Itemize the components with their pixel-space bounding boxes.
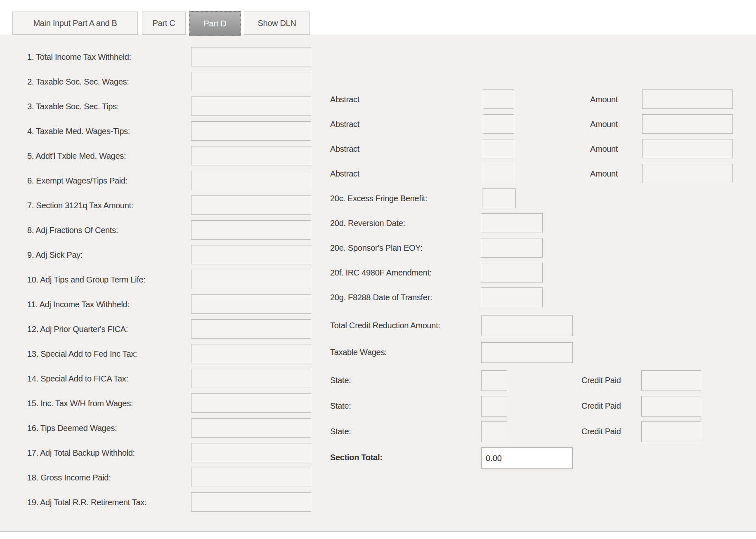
part-d-form-window: Main Input Part A and B Part C Part D Sh… <box>0 0 756 539</box>
adj-fractions-of-cents-input[interactable] <box>191 220 311 240</box>
field-label: 11. Adj Income Tax Withheld: <box>27 294 130 314</box>
abstract-label: Abstract <box>330 114 359 134</box>
field-label: 20d. Reversion Date: <box>330 213 405 233</box>
field-label: 12. Adj Prior Quarter's FICA: <box>27 319 128 339</box>
irc-4980f-amendment-input[interactable] <box>481 263 543 282</box>
field-label: 13. Special Add to Fed Inc Tax: <box>27 344 137 364</box>
amount-label: Amount <box>590 164 618 184</box>
taxable-wages-input[interactable] <box>481 342 573 363</box>
abstract-1-amount-input[interactable] <box>642 89 733 109</box>
state-label: State: <box>330 421 351 441</box>
field-label: 20g. F8288 Date of Transfer: <box>330 287 432 307</box>
reversion-date-input[interactable] <box>481 213 543 233</box>
section-total-input[interactable] <box>481 447 573 469</box>
field-label: 20c. Excess Fringe Benefit: <box>330 188 427 208</box>
adj-total-backup-withhold-input[interactable] <box>191 443 311 462</box>
adj-sick-pay-input[interactable] <box>191 245 311 264</box>
abstract-4-code-input[interactable] <box>483 164 514 183</box>
state-label: State: <box>330 396 351 416</box>
field-label: 17. Adj Total Backup Withhold: <box>27 443 135 463</box>
abstract-3-amount-input[interactable] <box>642 139 733 158</box>
total-credit-reduction-amount-input[interactable] <box>481 315 573 336</box>
credit-paid-2-input[interactable] <box>641 396 701 417</box>
adj-prior-quarters-fica-input[interactable] <box>191 319 311 339</box>
field-label: 8. Adj Fractions Of Cents: <box>27 220 118 240</box>
special-add-fica-tax-input[interactable] <box>191 369 311 388</box>
tab-show-dln[interactable]: Show DLN <box>244 12 310 35</box>
state-1-input[interactable] <box>481 370 507 391</box>
field-label: 15. Inc. Tax W/H from Wages: <box>27 393 133 413</box>
abstract-4-amount-input[interactable] <box>642 164 733 183</box>
field-label: 1. Total Income Tax Withheld: <box>27 47 131 67</box>
section-3121q-tax-amount-input[interactable] <box>191 195 311 215</box>
field-label: 3. Taxable Soc. Sec. Tips: <box>27 97 119 116</box>
adj-total-rr-retirement-tax-input[interactable] <box>191 492 311 512</box>
amount-label: Amount <box>590 139 618 159</box>
field-label: 9. Adj Sick Pay: <box>27 245 83 265</box>
field-label: 6. Exempt Wages/Tips Paid: <box>27 171 128 191</box>
excess-fringe-benefit-input[interactable] <box>482 188 516 208</box>
taxable-med-wages-tips-input[interactable] <box>191 121 311 141</box>
credit-paid-1-input[interactable] <box>641 370 701 391</box>
taxable-soc-sec-wages-input[interactable] <box>191 72 311 91</box>
abstract-3-code-input[interactable] <box>483 139 514 158</box>
field-label: 4. Taxable Med. Wages-Tips: <box>27 121 130 141</box>
adj-income-tax-withheld-input[interactable] <box>191 294 311 314</box>
sponsors-plan-eoy-input[interactable] <box>481 238 543 258</box>
field-label: 20f. IRC 4980F Amendment: <box>330 263 432 282</box>
field-label: 5. Addt'l Txble Med. Wages: <box>27 146 126 166</box>
state-2-input[interactable] <box>481 396 507 417</box>
f8288-date-of-transfer-input[interactable] <box>481 287 543 307</box>
field-label: 7. Section 3121q Tax Amount: <box>27 195 133 215</box>
amount-label: Amount <box>590 114 618 134</box>
field-label: 19. Adj Total R.R. Retirement Tax: <box>27 492 146 512</box>
credit-paid-3-input[interactable] <box>641 421 701 442</box>
bottom-divider <box>0 532 756 532</box>
gross-income-paid-input[interactable] <box>191 468 311 487</box>
field-label: 20e. Sponsor's Plan EOY: <box>330 238 422 258</box>
abstract-1-code-input[interactable] <box>483 89 514 109</box>
abstract-2-amount-input[interactable] <box>642 114 733 134</box>
field-label: 14. Special Add to FICA Tax: <box>27 369 128 388</box>
state-label: State: <box>330 370 351 390</box>
field-label: Taxable Wages: <box>330 342 387 362</box>
tab-part-d[interactable]: Part D <box>189 11 241 36</box>
addtl-txble-med-wages-input[interactable] <box>191 146 311 165</box>
abstract-label: Abstract <box>330 164 359 184</box>
amount-label: Amount <box>590 89 618 109</box>
total-income-tax-withheld-input[interactable] <box>191 47 311 66</box>
tab-main-input-part-a-and-b[interactable]: Main Input Part A and B <box>12 12 138 35</box>
credit-paid-label: Credit Paid <box>581 370 621 390</box>
field-label: 2. Taxable Soc. Sec. Wages: <box>27 72 129 92</box>
taxable-soc-sec-tips-input[interactable] <box>191 97 311 116</box>
special-add-fed-inc-tax-input[interactable] <box>191 344 311 363</box>
adj-tips-group-term-life-input[interactable] <box>191 270 311 289</box>
field-label: Total Credit Reduction Amount: <box>330 315 440 335</box>
exempt-wages-tips-paid-input[interactable] <box>191 171 311 190</box>
abstract-label: Abstract <box>330 139 359 159</box>
credit-paid-label: Credit Paid <box>581 396 621 416</box>
abstract-label: Abstract <box>330 89 359 109</box>
abstract-2-code-input[interactable] <box>483 114 514 134</box>
inc-tax-wh-from-wages-input[interactable] <box>191 393 311 413</box>
state-3-input[interactable] <box>481 421 507 442</box>
tab-part-c[interactable]: Part C <box>142 12 186 35</box>
section-total-label: Section Total: <box>330 447 383 467</box>
tips-deemed-wages-input[interactable] <box>191 418 311 438</box>
field-label: 18. Gross Income Paid: <box>27 468 111 487</box>
tabstrip-divider <box>0 35 756 35</box>
field-label: 10. Adj Tips and Group Term Life: <box>27 270 146 290</box>
credit-paid-label: Credit Paid <box>581 421 621 441</box>
field-label: 16. Tips Deemed Wages: <box>27 418 117 438</box>
